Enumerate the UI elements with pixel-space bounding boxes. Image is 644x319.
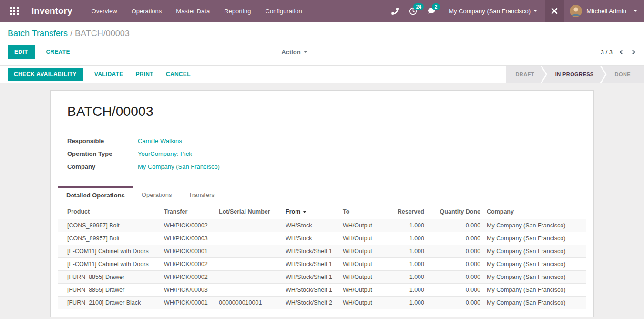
cell-to: WH/Output [341, 297, 395, 309]
action-menu-button[interactable]: Action [278, 48, 310, 56]
button-row: EDIT CREATE Action 3 / 3 [8, 45, 636, 65]
table-row[interactable]: [CONS_89957] BoltWH/PICK/00002WH/StockWH… [58, 219, 586, 232]
pager-next-button[interactable] [631, 50, 635, 54]
caret-down-icon [634, 10, 637, 12]
cell-product: [FURN_8855] Drawer [58, 271, 163, 284]
status-draft[interactable]: DRAFT [506, 66, 546, 83]
table-row[interactable]: [E-COM11] Cabinet with DoorsWH/PICK/0000… [58, 258, 586, 271]
cell-lot [217, 219, 284, 232]
company-label: Company [67, 163, 138, 171]
cell-lot [217, 245, 284, 258]
phone-icon [391, 8, 399, 15]
cell-done: 0.000 [426, 232, 482, 245]
form-sheet: BATCH/00003 Responsible Camille Watkins … [50, 90, 594, 317]
cell-lot [217, 284, 284, 297]
cell-from: WH/Stock [284, 219, 341, 232]
cell-from: WH/Stock/Shelf 2 [284, 297, 341, 309]
cell-company: My Company (San Francisco) [482, 232, 586, 245]
cell-transfer: WH/PICK/00002 [163, 219, 217, 232]
cell-reserved: 1.000 [395, 258, 426, 271]
cell-lot [217, 232, 284, 245]
cell-lot: 0000000010001 [217, 297, 284, 309]
cell-reserved: 1.000 [395, 284, 426, 297]
cell-to: WH/Output [341, 271, 395, 284]
activities-button[interactable]: 24 [404, 0, 422, 22]
menu-reporting[interactable]: Reporting [224, 8, 251, 15]
pager-value[interactable]: 3 / 3 [601, 49, 613, 56]
messages-button[interactable]: 2 [422, 0, 441, 22]
column-header-company[interactable]: Company [482, 204, 586, 219]
column-header-reserved[interactable]: Reserved [395, 204, 426, 219]
app-name[interactable]: Inventory [31, 6, 72, 16]
check-availability-button[interactable]: CHECK AVAILABILITY [8, 68, 83, 81]
pager-previous-button[interactable] [620, 50, 624, 54]
responsible-value[interactable]: Camille Watkins [138, 137, 182, 145]
cell-product: [E-COM11] Cabinet with Doors [58, 245, 163, 258]
cell-to: WH/Output [341, 284, 395, 297]
column-header-lot-serial[interactable]: Lot/Serial Number [217, 204, 284, 219]
voip-button[interactable] [386, 0, 404, 22]
table-row[interactable]: [FURN_8855] DrawerWH/PICK/00003WH/Stock/… [58, 284, 586, 297]
table-row[interactable]: [E-COM11] Cabinet with DoorsWH/PICK/0000… [58, 245, 586, 258]
status-done[interactable]: DONE [602, 66, 644, 83]
responsible-label: Responsible [67, 137, 138, 145]
caret-down-icon [304, 51, 307, 53]
field-group: Responsible Camille Watkins Operation Ty… [67, 137, 586, 171]
column-header-from[interactable]: From [284, 204, 341, 219]
menu-overview[interactable]: Overview [92, 8, 117, 15]
company-value[interactable]: My Company (San Francisco) [138, 163, 220, 171]
breadcrumb-batch-transfers[interactable]: Batch Transfers [8, 29, 68, 38]
company-switcher[interactable]: My Company (San Francisco) [441, 0, 545, 22]
statusbar: CHECK AVAILABILITY VALIDATE PRINT CANCEL… [0, 66, 644, 83]
cell-from: WH/Stock/Shelf 1 [284, 258, 341, 271]
cell-to: WH/Output [341, 219, 395, 232]
cell-from: WH/Stock/Shelf 1 [284, 245, 341, 258]
cell-product: [CONS_89957] Bolt [58, 219, 163, 232]
create-button[interactable]: CREATE [45, 45, 71, 59]
grid-3x3-icon [10, 7, 19, 15]
cancel-button[interactable]: CANCEL [165, 67, 192, 82]
systray: 24 2 My Company (San Francisco) [386, 0, 644, 22]
menu-operations[interactable]: Operations [132, 8, 162, 15]
menu-configuration[interactable]: Configuration [266, 8, 302, 15]
column-header-product[interactable]: Product [58, 204, 163, 219]
tab-operations[interactable]: Operations [133, 186, 181, 204]
column-header-transfer[interactable]: Transfer [163, 204, 217, 219]
debug-tools-button[interactable] [545, 0, 564, 22]
cell-transfer: WH/PICK/00001 [163, 245, 217, 258]
menu-master-data[interactable]: Master Data [176, 8, 210, 15]
cell-reserved: 1.000 [395, 219, 426, 232]
cell-reserved: 1.000 [395, 297, 426, 309]
cell-lot [217, 271, 284, 284]
cell-company: My Company (San Francisco) [482, 258, 586, 271]
breadcrumb-separator: / [70, 29, 72, 38]
cell-product: [CONS_89957] Bolt [58, 232, 163, 245]
messages-count-badge: 2 [432, 3, 440, 10]
tab-detailed-operations[interactable]: Detailed Operations [58, 186, 133, 204]
column-header-to[interactable]: To [341, 204, 395, 219]
status-pipeline: DRAFT IN PROGRESS DONE [506, 66, 644, 83]
tab-transfers[interactable]: Transfers [180, 186, 223, 204]
cell-done: 0.000 [426, 284, 482, 297]
operation-type-value[interactable]: YourCompany: Pick [138, 150, 192, 158]
control-panel: Batch Transfers / BATCH/00003 EDIT CREAT… [0, 22, 644, 66]
apps-menu-button[interactable] [6, 0, 23, 22]
edit-button[interactable]: EDIT [8, 45, 35, 59]
table-row[interactable]: [FURN_8855] DrawerWH/PICK/00002WH/Stock/… [58, 271, 586, 284]
table-row[interactable]: [FURN_2100] Drawer BlackWH/PICK/00001000… [58, 297, 586, 309]
cell-product: [FURN_8855] Drawer [58, 284, 163, 297]
status-in-progress[interactable]: IN PROGRESS [542, 66, 605, 83]
record-title: BATCH/00003 [67, 104, 586, 119]
operation-type-label: Operation Type [67, 150, 138, 158]
cell-to: WH/Output [341, 245, 395, 258]
cell-transfer: WH/PICK/00003 [163, 232, 217, 245]
table-row[interactable]: [CONS_89957] BoltWH/PICK/00003WH/StockWH… [58, 232, 586, 245]
form-view: BATCH/00003 Responsible Camille Watkins … [0, 83, 644, 317]
detailed-operations-table: Product Transfer Lot/Serial Number From … [58, 204, 586, 309]
validate-button[interactable]: VALIDATE [93, 67, 124, 82]
user-menu[interactable]: Mitchell Admin [564, 0, 644, 22]
print-button[interactable]: PRINT [134, 67, 154, 82]
cell-company: My Company (San Francisco) [482, 297, 586, 309]
notebook-tabs: Detailed Operations Operations Transfers [58, 186, 586, 204]
column-header-quantity-done[interactable]: Quantity Done [426, 204, 482, 219]
